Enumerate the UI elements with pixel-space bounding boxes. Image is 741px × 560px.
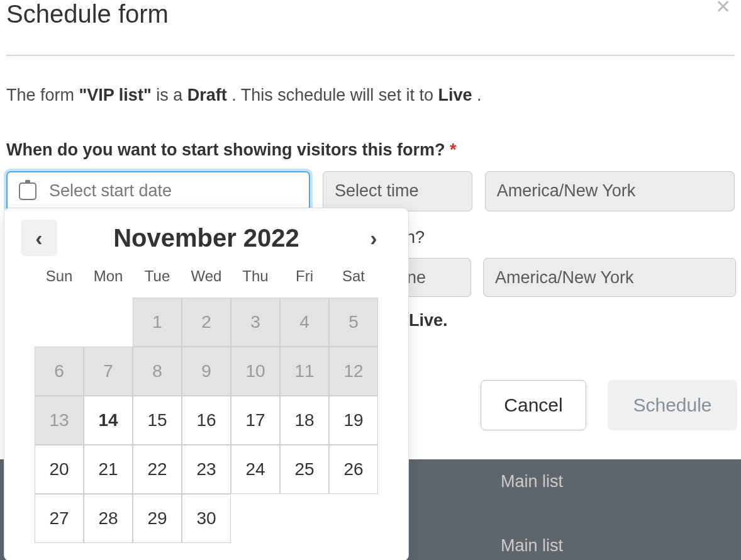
- calendar-day[interactable]: 25: [280, 445, 329, 494]
- calendar-day[interactable]: 13: [35, 396, 84, 445]
- date-picker-popover: ‹ November 2022 › SunMonTueWedThuFriSat …: [4, 208, 409, 560]
- calendar-day[interactable]: 28: [84, 494, 133, 543]
- target-status: Live: [438, 86, 472, 104]
- start-time-placeholder: Select time: [335, 181, 419, 201]
- background-list-row-2: Main list: [501, 536, 563, 556]
- weekday-label: Sun: [35, 264, 84, 289]
- calendar-day[interactable]: 6: [35, 347, 84, 396]
- calendar-day[interactable]: 22: [133, 445, 182, 494]
- desc-prefix: The form: [6, 86, 79, 104]
- calendar-day[interactable]: 9: [182, 347, 231, 396]
- chevron-right-icon: ›: [370, 226, 377, 250]
- calendar-day[interactable]: 16: [182, 396, 231, 445]
- schedule-label: Schedule: [633, 395, 711, 416]
- calendar-day[interactable]: 26: [329, 445, 378, 494]
- prev-month-button[interactable]: ‹: [21, 220, 57, 256]
- modal-header: Schedule form ✕: [6, 0, 735, 56]
- close-icon[interactable]: ✕: [715, 0, 731, 16]
- modal-description: The form "VIP list" is a Draft . This sc…: [6, 84, 735, 108]
- footer-note-fragment: Live.: [409, 311, 448, 330]
- weekday-label: Thu: [231, 264, 280, 289]
- datepicker-header: ‹ November 2022 ›: [21, 220, 392, 256]
- desc-mid: is a: [156, 86, 187, 104]
- end-time-select-fragment[interactable]: ne: [406, 258, 471, 297]
- start-date-input[interactable]: Select start date: [6, 171, 310, 211]
- calendar-day[interactable]: 3: [231, 298, 280, 347]
- calendar-day[interactable]: 30: [182, 494, 231, 543]
- calendar-day[interactable]: 29: [133, 494, 182, 543]
- footer-note-live: Live.: [409, 311, 448, 330]
- calendar-day[interactable]: 2: [182, 298, 231, 347]
- required-asterisk: *: [450, 140, 457, 159]
- modal-title: Schedule form: [6, 0, 169, 28]
- weekday-label: Wed: [182, 264, 231, 289]
- next-month-button[interactable]: ›: [355, 220, 392, 256]
- datepicker-grid: 1234567891011121314151617181920212223242…: [21, 298, 392, 543]
- calendar-blank-cell: [35, 298, 84, 347]
- calendar-day[interactable]: 8: [133, 347, 182, 396]
- start-timezone-value: America/New York: [497, 181, 636, 201]
- calendar-day[interactable]: 5: [329, 298, 378, 347]
- calendar-icon: [19, 182, 36, 200]
- calendar-day[interactable]: 1: [133, 298, 182, 347]
- end-timezone-value: America/New York: [495, 268, 634, 288]
- form-status: Draft: [187, 86, 227, 104]
- start-field-row: Select start date Select time America/Ne…: [6, 171, 735, 211]
- calendar-day[interactable]: 15: [133, 396, 182, 445]
- weekday-label: Sat: [329, 264, 378, 289]
- calendar-day[interactable]: 20: [35, 445, 84, 494]
- weekday-label: Fri: [280, 264, 329, 289]
- calendar-day[interactable]: 7: [84, 347, 133, 396]
- calendar-day[interactable]: 10: [231, 347, 280, 396]
- calendar-day[interactable]: 14: [84, 396, 133, 445]
- cancel-button[interactable]: Cancel: [481, 380, 586, 430]
- end-timezone-select[interactable]: America/New York: [483, 258, 736, 297]
- form-name: "VIP list": [79, 86, 152, 104]
- datepicker-weekday-row: SunMonTueWedThuFriSat: [21, 264, 392, 289]
- calendar-day[interactable]: 24: [231, 445, 280, 494]
- end-time-fragment-text: ne: [407, 268, 426, 288]
- calendar-day[interactable]: 4: [280, 298, 329, 347]
- schedule-form-modal: Schedule form ✕ The form "VIP list" is a…: [0, 0, 741, 223]
- calendar-day[interactable]: 27: [35, 494, 84, 543]
- start-question-label: When do you want to start showing visito…: [6, 140, 735, 160]
- calendar-day[interactable]: 19: [329, 396, 378, 445]
- calendar-day[interactable]: 23: [182, 445, 231, 494]
- start-time-select[interactable]: Select time: [323, 171, 472, 211]
- calendar-day[interactable]: 17: [231, 396, 280, 445]
- calendar-day[interactable]: 12: [329, 347, 378, 396]
- calendar-blank-cell: [84, 298, 133, 347]
- calendar-day[interactable]: 18: [280, 396, 329, 445]
- cancel-label: Cancel: [504, 395, 562, 416]
- weekday-label: Tue: [133, 264, 182, 289]
- desc-end: .: [477, 86, 482, 104]
- desc-suffix: . This schedule will set it to: [231, 86, 438, 104]
- start-timezone-select[interactable]: America/New York: [485, 171, 735, 211]
- background-list-row-1: Main list: [501, 472, 563, 491]
- chevron-left-icon: ‹: [35, 226, 42, 250]
- calendar-day[interactable]: 11: [280, 347, 329, 396]
- schedule-button[interactable]: Schedule: [608, 380, 737, 430]
- start-question-text: When do you want to start showing visito…: [6, 140, 445, 159]
- datepicker-month-label: November 2022: [113, 224, 299, 252]
- calendar-day[interactable]: 21: [84, 445, 133, 494]
- start-date-placeholder: Select start date: [49, 181, 172, 201]
- weekday-label: Mon: [84, 264, 133, 289]
